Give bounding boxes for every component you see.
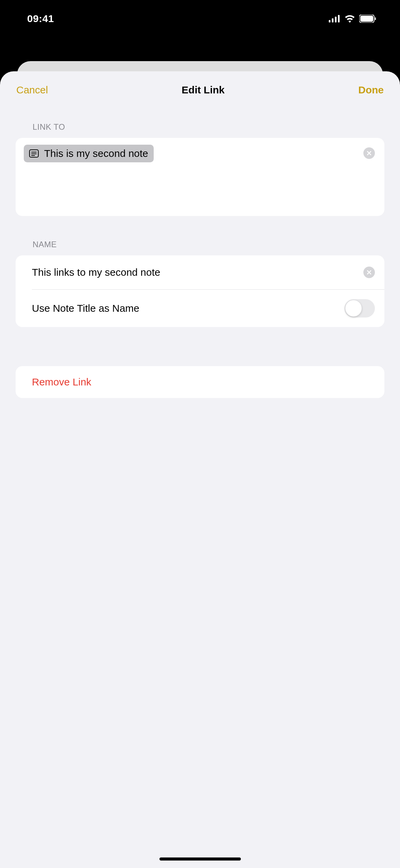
- svg-rect-1: [332, 18, 334, 22]
- modal-sheet: Cancel Edit Link Done LINK TO This is my…: [0, 71, 400, 868]
- status-icons: [329, 15, 376, 23]
- x-icon: [366, 270, 372, 275]
- linked-note-title: This is my second note: [44, 148, 148, 159]
- toggle-knob: [345, 300, 362, 317]
- cancel-button[interactable]: Cancel: [16, 84, 48, 96]
- svg-rect-0: [329, 20, 330, 22]
- status-bar: 09:41: [0, 0, 400, 37]
- clear-name-button[interactable]: [363, 267, 375, 278]
- status-time: 09:41: [27, 13, 54, 24]
- done-button[interactable]: Done: [358, 84, 384, 96]
- linked-note-chip[interactable]: This is my second note: [24, 145, 154, 162]
- x-icon: [366, 150, 372, 156]
- use-title-toggle[interactable]: [344, 299, 375, 318]
- use-title-toggle-row: Use Note Title as Name: [16, 290, 384, 327]
- clear-link-to-button[interactable]: [363, 147, 375, 159]
- link-to-card[interactable]: This is my second note: [16, 138, 384, 216]
- svg-rect-6: [375, 17, 376, 20]
- sheet-title: Edit Link: [182, 84, 225, 96]
- cellular-signal-icon: [329, 15, 340, 22]
- use-title-toggle-label: Use Note Title as Name: [32, 303, 139, 314]
- remove-link-button[interactable]: Remove Link: [16, 366, 384, 398]
- sheet-header: Cancel Edit Link Done: [0, 71, 400, 106]
- name-card: Use Note Title as Name: [16, 255, 384, 327]
- svg-rect-3: [338, 15, 340, 22]
- wifi-icon: [344, 15, 355, 23]
- svg-rect-2: [335, 17, 337, 22]
- note-icon: [28, 147, 40, 160]
- name-section-header: NAME: [0, 240, 400, 249]
- remove-link-card: Remove Link: [16, 366, 384, 398]
- link-name-input[interactable]: [32, 267, 359, 278]
- name-input-row[interactable]: [16, 255, 384, 289]
- battery-icon: [359, 15, 376, 23]
- link-to-section-header: LINK TO: [0, 122, 400, 132]
- home-indicator[interactable]: [159, 857, 241, 861]
- svg-rect-5: [360, 16, 373, 22]
